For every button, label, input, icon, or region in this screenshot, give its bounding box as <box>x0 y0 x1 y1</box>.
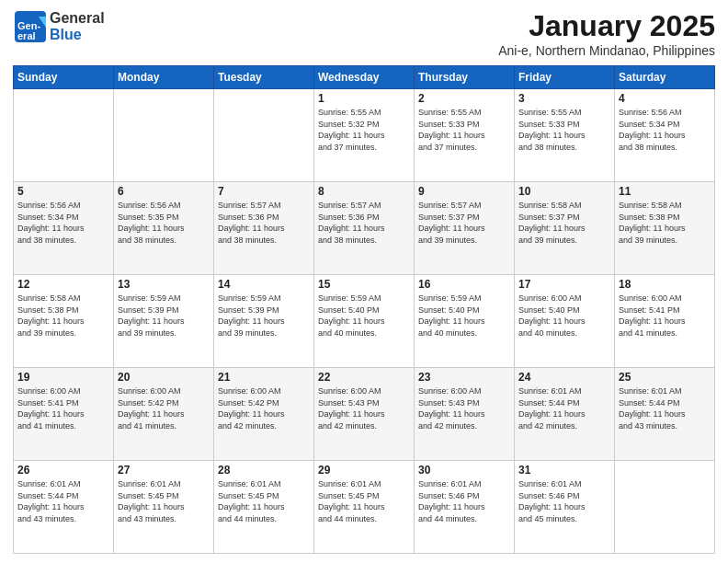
week-row-4: 19Sunrise: 6:00 AM Sunset: 5:41 PM Dayli… <box>14 368 715 461</box>
week-row-1: 1Sunrise: 5:55 AM Sunset: 5:32 PM Daylig… <box>14 89 715 182</box>
day-number: 16 <box>418 278 510 291</box>
day-cell: 29Sunrise: 6:01 AM Sunset: 5:45 PM Dayli… <box>314 461 415 554</box>
day-cell <box>14 89 114 182</box>
header-cell-monday: Monday <box>114 66 214 89</box>
day-cell: 9Sunrise: 5:57 AM Sunset: 5:37 PM Daylig… <box>415 182 515 275</box>
header-row: SundayMondayTuesdayWednesdayThursdayFrid… <box>14 66 715 89</box>
day-info: Sunrise: 6:00 AM Sunset: 5:42 PM Dayligh… <box>118 385 210 431</box>
page: Gen- eral General Blue January 2025 Ani-… <box>0 0 728 563</box>
day-info: Sunrise: 5:56 AM Sunset: 5:34 PM Dayligh… <box>17 200 109 246</box>
day-number: 10 <box>518 185 610 198</box>
day-cell: 3Sunrise: 5:55 AM Sunset: 5:33 PM Daylig… <box>515 89 615 182</box>
day-number: 22 <box>318 371 410 384</box>
day-cell <box>114 89 214 182</box>
day-cell: 20Sunrise: 6:00 AM Sunset: 5:42 PM Dayli… <box>114 368 214 461</box>
header-cell-sunday: Sunday <box>14 66 114 89</box>
day-info: Sunrise: 6:00 AM Sunset: 5:41 PM Dayligh… <box>17 385 109 431</box>
day-number: 11 <box>619 185 711 198</box>
day-number: 19 <box>17 371 109 384</box>
day-number: 24 <box>518 371 610 384</box>
day-info: Sunrise: 5:55 AM Sunset: 5:33 PM Dayligh… <box>418 107 510 153</box>
header-cell-thursday: Thursday <box>415 66 515 89</box>
day-info: Sunrise: 5:56 AM Sunset: 5:34 PM Dayligh… <box>619 107 711 153</box>
calendar-header: SundayMondayTuesdayWednesdayThursdayFrid… <box>14 66 715 89</box>
day-number: 8 <box>318 185 410 198</box>
day-number: 29 <box>318 464 410 477</box>
day-number: 7 <box>218 185 310 198</box>
day-cell: 14Sunrise: 5:59 AM Sunset: 5:39 PM Dayli… <box>214 275 314 368</box>
day-cell: 30Sunrise: 6:01 AM Sunset: 5:46 PM Dayli… <box>415 461 515 554</box>
day-number: 20 <box>118 371 210 384</box>
day-info: Sunrise: 6:00 AM Sunset: 5:40 PM Dayligh… <box>518 293 610 339</box>
day-number: 28 <box>218 464 310 477</box>
day-cell: 16Sunrise: 5:59 AM Sunset: 5:40 PM Dayli… <box>415 275 515 368</box>
day-cell: 10Sunrise: 5:58 AM Sunset: 5:37 PM Dayli… <box>515 182 615 275</box>
day-info: Sunrise: 5:55 AM Sunset: 5:32 PM Dayligh… <box>318 107 410 153</box>
day-info: Sunrise: 6:00 AM Sunset: 5:42 PM Dayligh… <box>218 385 310 431</box>
day-cell: 23Sunrise: 6:00 AM Sunset: 5:43 PM Dayli… <box>415 368 515 461</box>
day-cell: 19Sunrise: 6:00 AM Sunset: 5:41 PM Dayli… <box>14 368 114 461</box>
day-info: Sunrise: 6:01 AM Sunset: 5:44 PM Dayligh… <box>619 385 711 431</box>
day-number: 14 <box>218 278 310 291</box>
header-cell-saturday: Saturday <box>615 66 715 89</box>
day-info: Sunrise: 5:58 AM Sunset: 5:37 PM Dayligh… <box>518 200 610 246</box>
day-number: 12 <box>17 278 109 291</box>
day-number: 25 <box>619 371 711 384</box>
title-area: January 2025 Ani-e, Northern Mindanao, P… <box>498 9 715 58</box>
day-info: Sunrise: 5:56 AM Sunset: 5:35 PM Dayligh… <box>118 200 210 246</box>
day-info: Sunrise: 5:59 AM Sunset: 5:40 PM Dayligh… <box>418 293 510 339</box>
header-cell-tuesday: Tuesday <box>214 66 314 89</box>
logo-general: General <box>50 10 105 27</box>
day-cell: 1Sunrise: 5:55 AM Sunset: 5:32 PM Daylig… <box>314 89 415 182</box>
day-cell: 6Sunrise: 5:56 AM Sunset: 5:35 PM Daylig… <box>114 182 214 275</box>
day-cell: 26Sunrise: 6:01 AM Sunset: 5:44 PM Dayli… <box>14 461 114 554</box>
day-cell: 21Sunrise: 6:00 AM Sunset: 5:42 PM Dayli… <box>214 368 314 461</box>
day-info: Sunrise: 5:57 AM Sunset: 5:37 PM Dayligh… <box>418 200 510 246</box>
day-info: Sunrise: 6:01 AM Sunset: 5:44 PM Dayligh… <box>518 385 610 431</box>
day-cell: 15Sunrise: 5:59 AM Sunset: 5:40 PM Dayli… <box>314 275 415 368</box>
day-info: Sunrise: 5:55 AM Sunset: 5:33 PM Dayligh… <box>518 107 610 153</box>
logo-blue: Blue <box>50 27 105 43</box>
calendar-body: 1Sunrise: 5:55 AM Sunset: 5:32 PM Daylig… <box>14 89 715 554</box>
day-info: Sunrise: 6:01 AM Sunset: 5:44 PM Dayligh… <box>17 478 109 524</box>
day-number: 3 <box>518 92 610 105</box>
day-cell: 25Sunrise: 6:01 AM Sunset: 5:44 PM Dayli… <box>615 368 715 461</box>
day-number: 2 <box>418 92 510 105</box>
day-number: 30 <box>418 464 510 477</box>
day-number: 18 <box>619 278 711 291</box>
day-info: Sunrise: 6:01 AM Sunset: 5:45 PM Dayligh… <box>218 478 310 524</box>
day-number: 4 <box>619 92 711 105</box>
day-info: Sunrise: 5:59 AM Sunset: 5:39 PM Dayligh… <box>218 293 310 339</box>
day-cell: 13Sunrise: 5:59 AM Sunset: 5:39 PM Dayli… <box>114 275 214 368</box>
day-info: Sunrise: 6:00 AM Sunset: 5:43 PM Dayligh… <box>318 385 410 431</box>
week-row-3: 12Sunrise: 5:58 AM Sunset: 5:38 PM Dayli… <box>14 275 715 368</box>
day-cell: 7Sunrise: 5:57 AM Sunset: 5:36 PM Daylig… <box>214 182 314 275</box>
page-subtitle: Ani-e, Northern Mindanao, Philippines <box>498 43 715 58</box>
day-cell: 8Sunrise: 5:57 AM Sunset: 5:36 PM Daylig… <box>314 182 415 275</box>
day-info: Sunrise: 5:58 AM Sunset: 5:38 PM Dayligh… <box>17 293 109 339</box>
header-cell-friday: Friday <box>515 66 615 89</box>
day-cell: 17Sunrise: 6:00 AM Sunset: 5:40 PM Dayli… <box>515 275 615 368</box>
day-number: 13 <box>118 278 210 291</box>
day-number: 9 <box>418 185 510 198</box>
day-number: 5 <box>17 185 109 198</box>
logo-area: Gen- eral General Blue <box>13 9 105 44</box>
day-number: 23 <box>418 371 510 384</box>
day-number: 26 <box>17 464 109 477</box>
day-number: 17 <box>518 278 610 291</box>
svg-text:eral: eral <box>17 30 36 41</box>
day-cell: 4Sunrise: 5:56 AM Sunset: 5:34 PM Daylig… <box>615 89 715 182</box>
day-info: Sunrise: 6:01 AM Sunset: 5:45 PM Dayligh… <box>118 478 210 524</box>
day-info: Sunrise: 5:59 AM Sunset: 5:39 PM Dayligh… <box>118 293 210 339</box>
day-number: 6 <box>118 185 210 198</box>
day-cell <box>214 89 314 182</box>
day-cell: 27Sunrise: 6:01 AM Sunset: 5:45 PM Dayli… <box>114 461 214 554</box>
header: Gen- eral General Blue January 2025 Ani-… <box>13 9 715 58</box>
page-title: January 2025 <box>498 9 715 43</box>
day-cell: 2Sunrise: 5:55 AM Sunset: 5:33 PM Daylig… <box>415 89 515 182</box>
day-cell: 18Sunrise: 6:00 AM Sunset: 5:41 PM Dayli… <box>615 275 715 368</box>
calendar-table: SundayMondayTuesdayWednesdayThursdayFrid… <box>13 65 715 554</box>
day-info: Sunrise: 6:00 AM Sunset: 5:43 PM Dayligh… <box>418 385 510 431</box>
day-number: 1 <box>318 92 410 105</box>
day-cell: 12Sunrise: 5:58 AM Sunset: 5:38 PM Dayli… <box>14 275 114 368</box>
